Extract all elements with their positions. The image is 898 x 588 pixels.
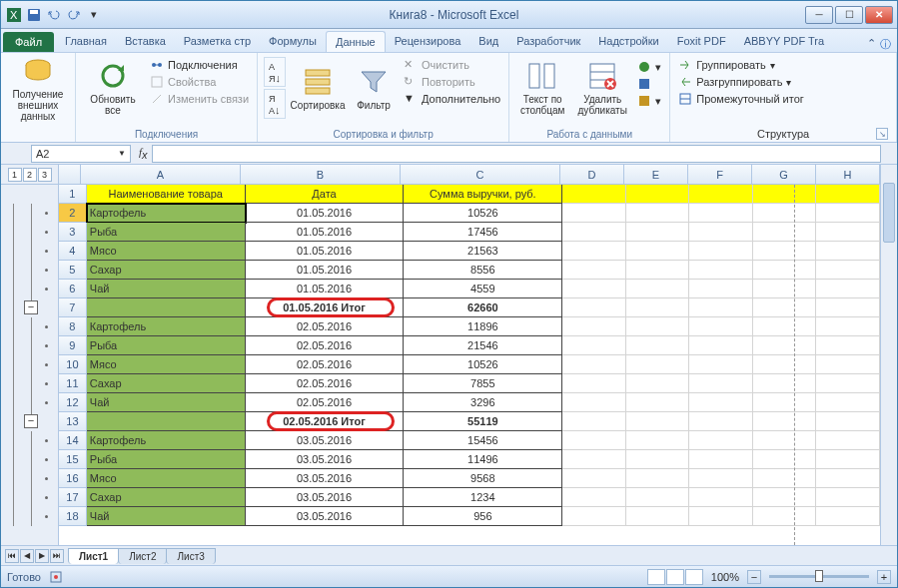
cell-c11[interactable]: 7855 xyxy=(404,374,562,393)
tab-nav-first[interactable]: ⏮ xyxy=(5,549,19,563)
qat-dropdown-icon[interactable]: ▾ xyxy=(85,6,103,24)
filter-button[interactable]: Фильтр xyxy=(350,55,398,121)
cell-a18[interactable]: Чай xyxy=(87,507,246,526)
connections-button[interactable]: Подключения xyxy=(148,57,251,73)
outline-level-1[interactable]: 1 xyxy=(8,168,22,182)
cell-b4[interactable]: 01.05.2016 xyxy=(246,242,405,261)
name-box[interactable]: A2▼ xyxy=(31,145,131,163)
clear-filter-button[interactable]: ✕Очистить xyxy=(402,57,502,73)
select-all-corner[interactable] xyxy=(59,165,81,184)
header-a[interactable]: Наименование товара xyxy=(87,185,246,204)
cell-a16[interactable]: Мясо xyxy=(87,469,246,488)
cell-b15[interactable]: 03.05.2016 xyxy=(246,450,405,469)
tab-nav-next[interactable]: ▶ xyxy=(35,549,49,563)
zoom-out-button[interactable]: − xyxy=(747,570,761,584)
page-layout-view-button[interactable] xyxy=(666,569,684,585)
edit-links-button[interactable]: Изменить связи xyxy=(148,91,251,107)
cell-c5[interactable]: 8556 xyxy=(404,261,562,280)
sheet-tab-1[interactable]: Лист2 xyxy=(118,548,167,564)
cell-a7[interactable] xyxy=(87,298,246,317)
cell-c14[interactable]: 15456 xyxy=(404,431,562,450)
cell-a17[interactable]: Сахар xyxy=(87,488,246,507)
sheet-tab-2[interactable]: Лист3 xyxy=(166,548,215,564)
cell-a10[interactable]: Мясо xyxy=(87,355,246,374)
row-header-18[interactable]: 18 xyxy=(59,507,87,526)
advanced-filter-button[interactable]: ▼Дополнительно xyxy=(402,91,502,107)
cell-a6[interactable]: Чай xyxy=(87,280,246,298)
outline-level-3[interactable]: 3 xyxy=(38,168,52,182)
cell-a3[interactable]: Рыба xyxy=(87,223,246,242)
minimize-button[interactable]: ─ xyxy=(805,6,833,24)
cell-a8[interactable]: Картофель xyxy=(87,317,246,336)
row-header-14[interactable]: 14 xyxy=(59,431,87,450)
cell-a9[interactable]: Рыба xyxy=(87,336,246,355)
sort-za-button[interactable]: ЯА↓ xyxy=(264,89,286,119)
cell-b18[interactable]: 03.05.2016 xyxy=(246,507,405,526)
row-header-1[interactable]: 1 xyxy=(59,185,87,204)
sort-button[interactable]: Сортировка xyxy=(290,55,346,121)
whatif-button[interactable]: ▾ xyxy=(635,93,663,109)
tab-nav-prev[interactable]: ◀ xyxy=(20,549,34,563)
cell-c15[interactable]: 11496 xyxy=(404,450,562,469)
undo-icon[interactable] xyxy=(45,6,63,24)
excel-icon[interactable]: X xyxy=(5,6,23,24)
save-icon[interactable] xyxy=(25,6,43,24)
cell-b10[interactable]: 02.05.2016 xyxy=(246,355,405,374)
cell-b16[interactable]: 03.05.2016 xyxy=(246,469,405,488)
cell-c2[interactable]: 10526 xyxy=(404,204,562,223)
ribbon-tab-4[interactable]: Данные xyxy=(326,31,386,52)
outline-collapse-7[interactable]: − xyxy=(24,300,38,314)
outline-dialog-launcher[interactable]: ↘ xyxy=(876,128,888,140)
subtotal-button[interactable]: Промежуточный итог xyxy=(676,91,806,107)
text-to-columns-button[interactable]: Текст по столбцам xyxy=(515,55,569,121)
tab-nav-last[interactable]: ⏭ xyxy=(50,549,64,563)
row-header-4[interactable]: 4 xyxy=(59,242,87,261)
column-header-B[interactable]: B xyxy=(241,165,401,184)
close-button[interactable]: ✕ xyxy=(865,6,893,24)
cell-b8[interactable]: 02.05.2016 xyxy=(246,317,405,336)
cell-a12[interactable]: Чай xyxy=(87,393,246,412)
ribbon-tab-10[interactable]: ABBYY PDF Tra xyxy=(735,31,834,52)
cell-b17[interactable]: 03.05.2016 xyxy=(246,488,405,507)
get-external-data-button[interactable]: Получение внешних данных xyxy=(7,55,69,121)
cell-c17[interactable]: 1234 xyxy=(404,488,562,507)
minimize-ribbon-icon[interactable]: ⌃ xyxy=(867,37,876,52)
ribbon-tab-6[interactable]: Вид xyxy=(469,31,507,52)
cell-c3[interactable]: 17456 xyxy=(404,223,562,242)
row-header-16[interactable]: 16 xyxy=(59,469,87,488)
data-validation-button[interactable]: ▾ xyxy=(635,59,663,75)
cell-a14[interactable]: Картофель xyxy=(87,431,246,450)
page-break-view-button[interactable] xyxy=(685,569,703,585)
cell-b12[interactable]: 02.05.2016 xyxy=(246,393,405,412)
column-header-F[interactable]: F xyxy=(688,165,752,184)
cell-c18[interactable]: 956 xyxy=(404,507,562,526)
ribbon-tab-5[interactable]: Рецензирова xyxy=(386,31,470,52)
cell-a11[interactable]: Сахар xyxy=(87,374,246,393)
sheet-grid[interactable]: ABCDEFGH 1Наименование товараДатаСумма в… xyxy=(59,165,880,545)
cell-c9[interactable]: 21546 xyxy=(404,336,562,355)
cell-c13[interactable]: 55119 xyxy=(404,412,562,431)
row-header-2[interactable]: 2 xyxy=(59,204,87,223)
outline-collapse-13[interactable]: − xyxy=(24,414,38,428)
header-c[interactable]: Сумма выручки, руб. xyxy=(404,185,562,204)
ribbon-tab-8[interactable]: Надстройки xyxy=(589,31,667,52)
ungroup-button[interactable]: Разгруппировать ▾ xyxy=(676,74,806,90)
row-header-8[interactable]: 8 xyxy=(59,317,87,336)
group-button[interactable]: Группировать ▾ xyxy=(676,57,806,73)
cell-b3[interactable]: 01.05.2016 xyxy=(246,223,405,242)
ribbon-tab-1[interactable]: Вставка xyxy=(116,31,175,52)
row-header-15[interactable]: 15 xyxy=(59,450,87,469)
refresh-all-button[interactable]: Обновить все xyxy=(82,55,144,121)
row-header-5[interactable]: 5 xyxy=(59,261,87,280)
sort-az-button[interactable]: АЯ↓ xyxy=(264,57,286,87)
cell-c10[interactable]: 10526 xyxy=(404,355,562,374)
column-header-D[interactable]: D xyxy=(560,165,624,184)
horizontal-scrollbar[interactable] xyxy=(219,549,893,563)
row-header-10[interactable]: 10 xyxy=(59,355,87,374)
column-header-G[interactable]: G xyxy=(752,165,816,184)
ribbon-tab-2[interactable]: Разметка стр xyxy=(175,31,260,52)
normal-view-button[interactable] xyxy=(647,569,665,585)
redo-icon[interactable] xyxy=(65,6,83,24)
row-header-9[interactable]: 9 xyxy=(59,336,87,355)
column-header-H[interactable]: H xyxy=(816,165,880,184)
